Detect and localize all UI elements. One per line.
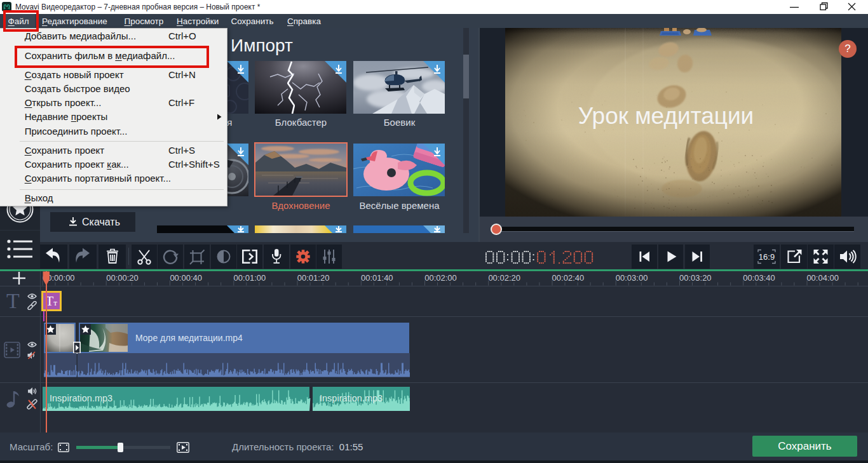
svg-text:Урок медитации: Урок медитации: [578, 103, 754, 129]
svg-text:00:00:40: 00:00:40: [170, 273, 202, 283]
svg-text:00:03:40: 00:03:40: [743, 273, 775, 283]
svg-text:00:03:00: 00:03:00: [616, 273, 648, 283]
svg-text:00:02:40: 00:02:40: [552, 273, 585, 283]
svg-text:00:04:00: 00:04:00: [806, 273, 839, 283]
svg-text:00:02:00: 00:02:00: [424, 273, 457, 283]
svg-text:00:00:20: 00:00:20: [106, 273, 139, 283]
svg-text:00:01:40: 00:01:40: [361, 273, 393, 283]
svg-text:00:02:20: 00:02:20: [488, 273, 520, 283]
svg-text:00:01:00: 00:01:00: [234, 273, 266, 283]
svg-text:00:03:20: 00:03:20: [679, 273, 712, 283]
svg-text:00:01:20: 00:01:20: [297, 273, 330, 283]
svg-text:16:9: 16:9: [759, 252, 775, 262]
